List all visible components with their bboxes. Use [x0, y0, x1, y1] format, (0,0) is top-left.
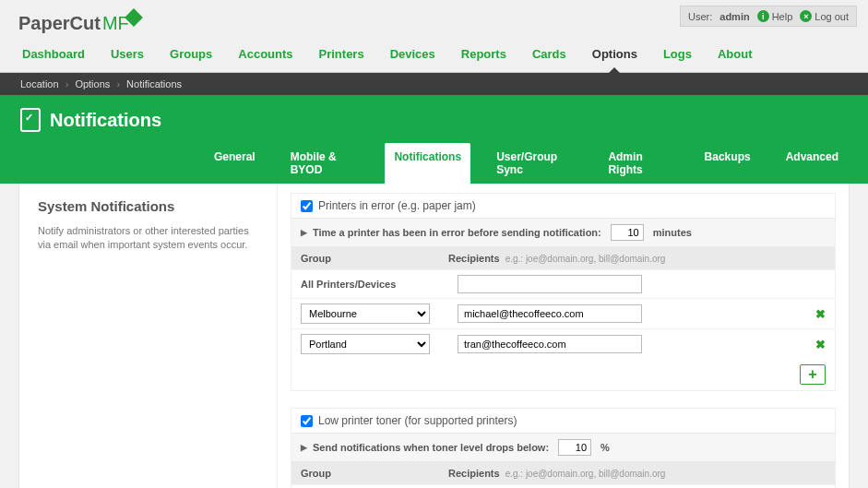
right-column: Printers in error (e.g. paper jam)▶Time … — [278, 184, 849, 488]
section-checkbox[interactable] — [301, 200, 313, 212]
subtab-general[interactable]: General — [205, 143, 265, 184]
disclosure-label: Time a printer has been in error before … — [313, 227, 601, 238]
recipients-input[interactable] — [458, 304, 642, 323]
breadcrumb: Location › Options › Notifications — [0, 73, 868, 95]
recipients-hint: e.g.: joe@domain.org, bill@domain.org — [505, 254, 666, 264]
section-toggle-row: Low printer toner (for supported printer… — [291, 409, 835, 433]
nav-devices[interactable]: Devices — [388, 38, 437, 72]
section-checkbox-label: Low printer toner (for supported printer… — [318, 414, 517, 427]
column-recipients: Recipientse.g.: joe@domain.org, bill@dom… — [448, 253, 665, 264]
subtab-backups[interactable]: Backups — [696, 143, 760, 184]
nav-printers[interactable]: Printers — [317, 38, 366, 72]
column-recipients: Recipientse.g.: joe@domain.org, bill@dom… — [448, 468, 665, 479]
delete-row-icon[interactable]: ✖ — [815, 338, 826, 351]
nav-reports[interactable]: Reports — [459, 38, 508, 72]
recipients-row: Portland✖ — [291, 328, 835, 359]
nav-cards[interactable]: Cards — [530, 38, 568, 72]
nav-accounts[interactable]: Accounts — [236, 38, 294, 72]
page-header: Notifications GeneralMobile & BYODNotifi… — [0, 95, 868, 184]
subtab-notifications[interactable]: Notifications — [385, 143, 470, 184]
disclosure-label: Send notifications when toner level drop… — [313, 442, 549, 453]
notification-section: Printers in error (e.g. paper jam)▶Time … — [291, 193, 836, 391]
add-row-container: + — [291, 359, 835, 390]
close-icon: × — [800, 10, 812, 22]
add-row-button[interactable]: + — [800, 364, 826, 385]
column-group: Group — [301, 253, 448, 264]
disclosure-row[interactable]: ▶Send notifications when toner level dro… — [291, 433, 835, 462]
user-label: User: — [688, 11, 712, 22]
recipients-row-all: All Printers/Devices — [291, 484, 835, 488]
recipients-table-head: GroupRecipientse.g.: joe@domain.org, bil… — [291, 247, 835, 269]
user-name: admin — [719, 11, 749, 22]
breadcrumb-item[interactable]: Options — [75, 78, 110, 89]
section-heading: System Notifications — [38, 198, 258, 214]
recipients-table-head: GroupRecipientse.g.: joe@domain.org, bil… — [291, 462, 835, 484]
logout-link[interactable]: × Log out — [800, 10, 849, 22]
info-icon: i — [757, 10, 769, 22]
delete-row-icon[interactable]: ✖ — [815, 307, 826, 321]
nav-dashboard[interactable]: Dashboard — [20, 38, 87, 72]
recipients-input[interactable] — [458, 335, 642, 353]
help-link[interactable]: i Help — [757, 10, 793, 22]
left-column: System Notifications Notify administrato… — [19, 184, 278, 488]
group-select[interactable]: Portland — [301, 334, 430, 354]
page-title: Notifications — [50, 110, 161, 131]
nav-groups[interactable]: Groups — [168, 38, 214, 72]
disclosure-row[interactable]: ▶Time a printer has been in error before… — [291, 218, 835, 247]
section-description: Notify administrators or other intereste… — [38, 224, 258, 253]
subtabs: GeneralMobile & BYODNotificationsUser/Gr… — [20, 132, 848, 184]
chevron-right-icon: ▶ — [301, 443, 307, 452]
nav-users[interactable]: Users — [109, 38, 146, 72]
threshold-unit: % — [600, 442, 610, 453]
subtab-mobile-byod[interactable]: Mobile & BYOD — [281, 143, 369, 184]
logout-label: Log out — [814, 11, 849, 22]
nav-logs[interactable]: Logs — [661, 38, 694, 72]
user-box: User: admin i Help × Log out — [680, 6, 857, 27]
nav-options[interactable]: Options — [590, 38, 639, 72]
column-group: Group — [301, 468, 448, 479]
help-label: Help — [772, 11, 793, 22]
recipients-hint: e.g.: joe@domain.org, bill@domain.org — [505, 469, 666, 479]
threshold-input[interactable] — [611, 224, 644, 241]
recipients-row-all: All Printers/Devices — [291, 269, 835, 298]
main-nav: DashboardUsersGroupsAccountsPrintersDevi… — [0, 38, 868, 73]
recipients-row: Melbourne✖ — [291, 298, 835, 328]
chevron-right-icon: ▶ — [301, 228, 307, 237]
breadcrumb-item[interactable]: Location — [20, 78, 59, 89]
content: System Notifications Notify administrato… — [18, 184, 850, 488]
notification-section: Low printer toner (for supported printer… — [291, 408, 836, 488]
section-checkbox[interactable] — [301, 415, 313, 427]
subtab-admin-rights[interactable]: Admin Rights — [599, 143, 678, 184]
all-printers-label: All Printers/Devices — [301, 279, 396, 290]
nav-about[interactable]: About — [716, 38, 755, 72]
section-checkbox-label: Printers in error (e.g. paper jam) — [318, 199, 476, 212]
subtab-advanced[interactable]: Advanced — [777, 143, 848, 184]
group-select[interactable]: Melbourne — [301, 304, 430, 324]
subtab-user-group-sync[interactable]: User/Group Sync — [487, 143, 582, 184]
threshold-unit: minutes — [653, 227, 692, 238]
breadcrumb-item: Notifications — [126, 78, 182, 89]
logo: PaperCutMF — [18, 6, 140, 38]
threshold-input[interactable] — [558, 439, 591, 456]
recipients-input[interactable] — [458, 275, 642, 293]
section-toggle-row: Printers in error (e.g. paper jam) — [291, 194, 835, 218]
clipboard-icon — [20, 108, 41, 132]
topbar: PaperCutMF User: admin i Help × Log out — [0, 0, 868, 38]
